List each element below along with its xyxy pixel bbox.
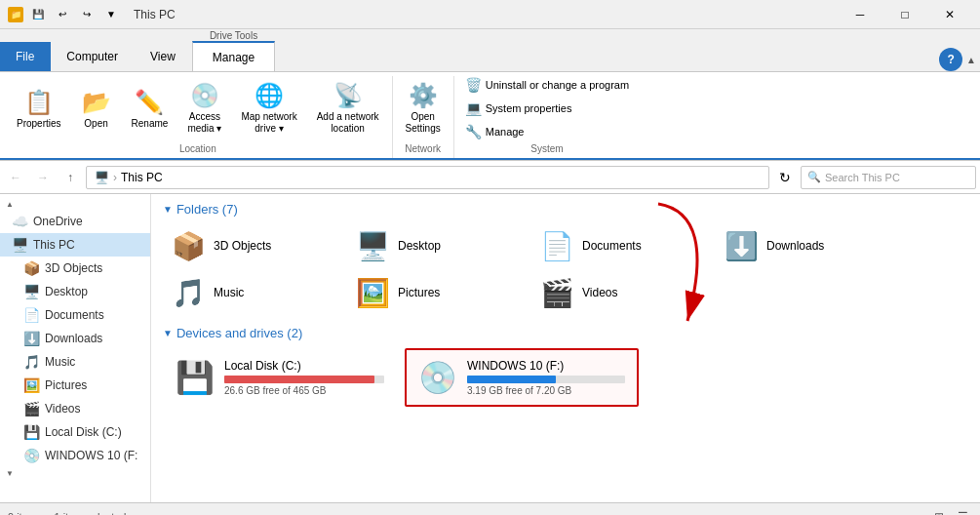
pictures-icon: 🖼️ bbox=[356, 277, 390, 309]
window-title: This PC bbox=[134, 8, 176, 21]
device-windows10-f[interactable]: 💿 WINDOWS 10 (F:) 3.19 GB free of 7.20 G… bbox=[405, 348, 639, 407]
dropdown-button[interactable]: ▼ bbox=[100, 4, 122, 25]
selected-count: 1 item selected bbox=[54, 511, 126, 516]
windows10-f-progress-container bbox=[467, 376, 625, 383]
help-button[interactable]: ? bbox=[939, 48, 962, 71]
folders-section-header[interactable]: ▼ Folders (7) bbox=[163, 202, 968, 217]
properties-icon: 📋 bbox=[24, 89, 54, 116]
desktop-icon: 🖥️ bbox=[356, 230, 390, 262]
title-bar: 📁 💾 ↩ ↪ ▼ This PC ─ □ ✕ bbox=[0, 0, 980, 29]
devices-section-header[interactable]: ▼ Devices and drives (2) bbox=[163, 326, 968, 340]
sidebar-item-3d-objects[interactable]: 📦 3D Objects bbox=[0, 257, 150, 280]
app-icon: 📁 bbox=[8, 7, 23, 22]
title-bar-left: 📁 💾 ↩ ↪ ▼ This PC bbox=[8, 4, 838, 25]
sidebar-item-videos[interactable]: 🎬 Videos bbox=[0, 397, 150, 420]
search-placeholder: Search This PC bbox=[825, 172, 900, 183]
up-button[interactable]: ↑ bbox=[59, 166, 82, 189]
tab-manage[interactable]: Manage bbox=[192, 41, 275, 71]
tab-computer[interactable]: Computer bbox=[51, 42, 135, 71]
network-group: ⚙️ OpenSettings Network bbox=[393, 76, 454, 158]
path-separator: › bbox=[113, 171, 117, 184]
devices-section-label: Devices and drives (2) bbox=[176, 326, 302, 340]
scroll-down-button[interactable]: ▼ bbox=[0, 467, 16, 479]
location-group-items: 📋 Properties 📂 Open ✏️ Rename 💿 Accessme… bbox=[8, 76, 388, 141]
sidebar-item-desktop[interactable]: 🖥️ Desktop bbox=[0, 280, 150, 303]
sidebar-item-local-disk[interactable]: 💾 Local Disk (C:) bbox=[0, 420, 150, 444]
open-settings-button[interactable]: ⚙️ OpenSettings bbox=[397, 76, 450, 140]
access-media-button[interactable]: 💿 Accessmedia ▾ bbox=[178, 76, 230, 140]
sidebar-item-windows10-f[interactable]: 💿 WINDOWS 10 (F: bbox=[0, 444, 150, 467]
windows10-f-icon: 💿 bbox=[418, 359, 457, 396]
forward-button[interactable]: → bbox=[31, 166, 55, 189]
windows10-f-progress-bar bbox=[467, 376, 556, 383]
redo-button[interactable]: ↪ bbox=[76, 4, 98, 25]
videos-sidebar-icon: 🎬 bbox=[23, 401, 39, 416]
close-button[interactable]: ✕ bbox=[927, 0, 972, 29]
maximize-button[interactable]: □ bbox=[882, 0, 927, 29]
local-disk-progress-container bbox=[224, 376, 384, 383]
status-bar: 9 items 1 item selected ⊞ ☰ bbox=[0, 502, 980, 515]
list-view-button[interactable]: ☰ bbox=[953, 507, 972, 516]
videos-icon: 🎬 bbox=[540, 277, 574, 309]
open-button[interactable]: 📂 Open bbox=[72, 76, 121, 140]
rename-button[interactable]: ✏️ Rename bbox=[123, 76, 177, 140]
search-box[interactable]: 🔍 Search This PC bbox=[801, 166, 976, 189]
undo-button[interactable]: ↩ bbox=[52, 4, 73, 25]
minimize-button[interactable]: ─ bbox=[838, 0, 882, 29]
add-network-location-icon: 📡 bbox=[333, 82, 363, 109]
folder-item-desktop[interactable]: 🖥️ Desktop bbox=[347, 224, 528, 267]
sidebar-item-onedrive[interactable]: ☁️ OneDrive bbox=[0, 210, 150, 233]
folder-item-downloads[interactable]: ⬇️ Downloads bbox=[716, 224, 896, 267]
uninstall-button[interactable]: 🗑️ Uninstall or change a program bbox=[458, 74, 636, 96]
folder-item-pictures[interactable]: 🖼️ Pictures bbox=[347, 271, 528, 314]
sidebar-item-documents[interactable]: 📄 Documents bbox=[0, 303, 150, 327]
folder-item-documents[interactable]: 📄 Documents bbox=[531, 224, 712, 267]
system-properties-button[interactable]: 💻 System properties bbox=[458, 98, 636, 119]
folders-section-label: Folders (7) bbox=[176, 202, 238, 217]
add-network-location-button[interactable]: 📡 Add a networklocation bbox=[308, 76, 388, 140]
manage-button[interactable]: 🔧 Manage bbox=[458, 121, 636, 142]
tab-file[interactable]: File bbox=[0, 42, 51, 71]
search-icon: 🔍 bbox=[807, 171, 821, 183]
documents-sidebar-icon: 📄 bbox=[23, 307, 39, 323]
system-group-items: 🗑️ Uninstall or change a program 💻 Syste… bbox=[458, 76, 636, 141]
back-button[interactable]: ← bbox=[4, 166, 27, 189]
music-icon: 🎵 bbox=[172, 277, 206, 309]
local-disk-info: Local Disk (C:) 26.6 GB free of 465 GB bbox=[224, 359, 384, 396]
ribbon: File Computer View Drive Tools Manage ? … bbox=[0, 29, 980, 161]
device-local-disk[interactable]: 💾 Local Disk (C:) 26.6 GB free of 465 GB bbox=[163, 348, 397, 407]
onedrive-icon: ☁️ bbox=[12, 214, 27, 229]
windows10-f-space: 3.19 GB free of 7.20 GB bbox=[467, 385, 625, 396]
folder-item-3d-objects[interactable]: 📦 3D Objects bbox=[163, 224, 343, 267]
folder-label-pictures: Pictures bbox=[398, 286, 440, 299]
folder-item-music[interactable]: 🎵 Music bbox=[163, 271, 343, 314]
music-sidebar-icon: 🎵 bbox=[23, 354, 39, 370]
tab-view[interactable]: View bbox=[135, 42, 192, 71]
windows10-f-name: WINDOWS 10 (F:) bbox=[467, 359, 625, 373]
system-group-buttons: 🗑️ Uninstall or change a program 💻 Syste… bbox=[458, 76, 636, 140]
ribbon-collapse-button[interactable]: ▲ bbox=[966, 55, 976, 65]
address-bar: ← → ↑ 🖥️ › This PC ↻ 🔍 Search This PC bbox=[0, 161, 980, 194]
sidebar-item-downloads[interactable]: ⬇️ Downloads bbox=[0, 327, 150, 350]
refresh-button[interactable]: ↻ bbox=[773, 166, 797, 189]
properties-button[interactable]: 📋 Properties bbox=[8, 76, 70, 140]
sidebar-item-pictures[interactable]: 🖼️ Pictures bbox=[0, 374, 150, 397]
this-pc-icon: 🖥️ bbox=[12, 237, 27, 253]
folder-item-videos[interactable]: 🎬 Videos bbox=[531, 271, 712, 314]
scroll-up-button[interactable]: ▲ bbox=[0, 198, 16, 210]
location-group: 📋 Properties 📂 Open ✏️ Rename 💿 Accessme… bbox=[4, 76, 393, 158]
uninstall-icon: 🗑️ bbox=[465, 77, 482, 93]
items-count: 9 items bbox=[8, 511, 42, 516]
local-disk-icon: 💾 bbox=[176, 359, 215, 396]
sidebar-item-music[interactable]: 🎵 Music bbox=[0, 350, 150, 374]
local-disk-sidebar-icon: 💾 bbox=[23, 424, 39, 440]
folders-grid: 📦 3D Objects 🖥️ Desktop 📄 Documents ⬇️ D… bbox=[163, 224, 968, 314]
save-button[interactable]: 💾 bbox=[27, 4, 49, 25]
folder-label-downloads: Downloads bbox=[766, 239, 824, 253]
location-group-label: Location bbox=[8, 141, 388, 158]
downloads-icon: ⬇️ bbox=[725, 230, 759, 262]
address-path[interactable]: 🖥️ › This PC bbox=[86, 166, 769, 189]
sidebar-item-this-pc[interactable]: 🖥️ This PC bbox=[0, 233, 150, 257]
grid-view-button[interactable]: ⊞ bbox=[929, 507, 949, 516]
map-network-drive-button[interactable]: 🌐 Map networkdrive ▾ bbox=[232, 76, 305, 140]
